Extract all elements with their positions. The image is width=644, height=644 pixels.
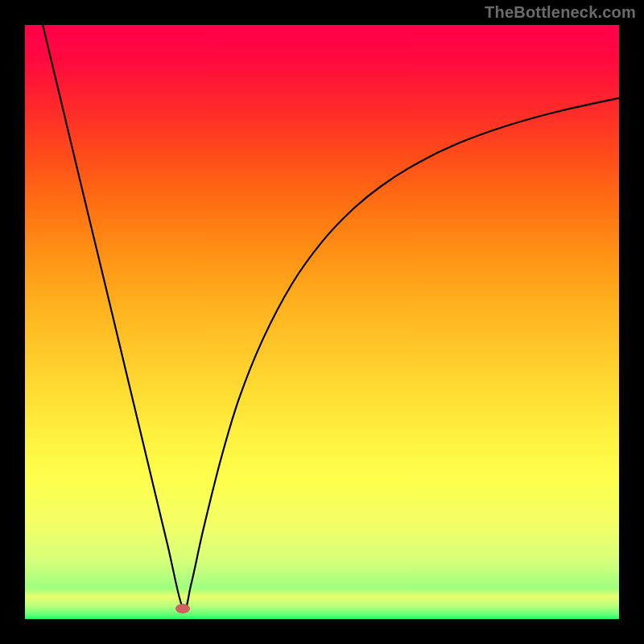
watermark-text: TheBottleneck.com [485, 3, 636, 22]
bottleneck-curve [25, 25, 619, 619]
plot-area [25, 25, 619, 619]
chart-frame: TheBottleneck.com [0, 0, 644, 644]
minimum-marker [175, 604, 190, 613]
